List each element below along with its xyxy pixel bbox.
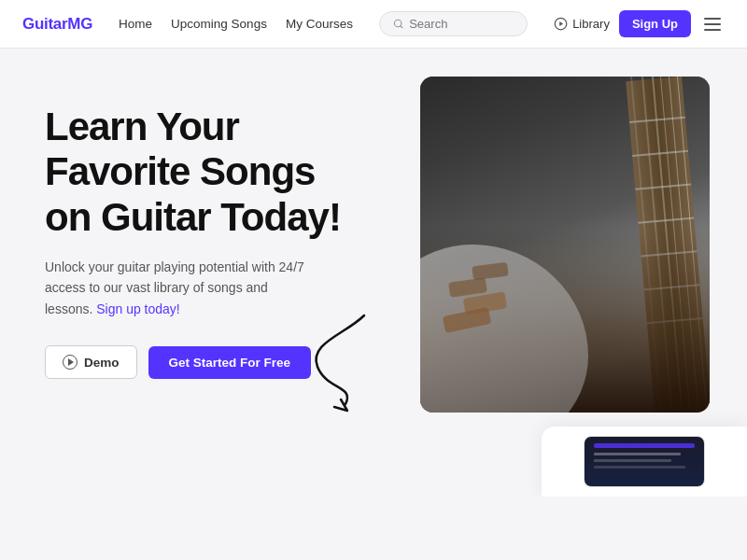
demo-play-icon (63, 355, 78, 370)
search-bar[interactable] (379, 11, 528, 36)
hero-signup-link[interactable]: Sign up today! (96, 301, 180, 316)
nav-link-my-courses[interactable]: My Courses (286, 17, 353, 31)
bottom-teaser (542, 427, 747, 497)
nav-link-upcoming-songs[interactable]: Upcoming Songs (171, 17, 267, 31)
demo-button[interactable]: Demo (45, 345, 137, 379)
nav-link-home[interactable]: Home (119, 17, 152, 31)
hero-image (420, 77, 710, 413)
search-input[interactable] (409, 17, 514, 31)
navbar: GuitarMG Home Upcoming Songs My Courses … (0, 0, 747, 49)
laptop-preview (584, 436, 705, 487)
svg-marker-3 (559, 21, 563, 26)
get-started-button[interactable]: Get Started For Free (148, 346, 312, 379)
svg-line-1 (401, 26, 402, 28)
logo-text-suffix: MG (67, 15, 92, 33)
guitar-shape-decoration (420, 77, 710, 413)
library-label: Library (572, 17, 610, 31)
decorative-squiggle (289, 306, 402, 422)
search-icon (393, 18, 403, 30)
library-button[interactable]: Library (554, 17, 610, 31)
hamburger-menu-icon[interactable] (700, 14, 725, 35)
nav-right: Library Sign Up (554, 10, 725, 37)
signup-button[interactable]: Sign Up (619, 10, 691, 37)
guitar-photo (420, 77, 710, 413)
demo-button-label: Demo (84, 356, 120, 370)
logo[interactable]: GuitarMG (22, 15, 92, 34)
logo-text-prefix: Guitar (22, 15, 67, 33)
play-circle-icon (554, 17, 568, 31)
hero-section: Learn Your Favorite Songs on Guitar Toda… (0, 49, 747, 497)
hero-title: Learn Your Favorite Songs on Guitar Toda… (45, 105, 362, 240)
hero-subtitle: Unlock your guitar playing potential wit… (45, 257, 306, 319)
nav-links: Home Upcoming Songs My Courses (119, 17, 353, 31)
